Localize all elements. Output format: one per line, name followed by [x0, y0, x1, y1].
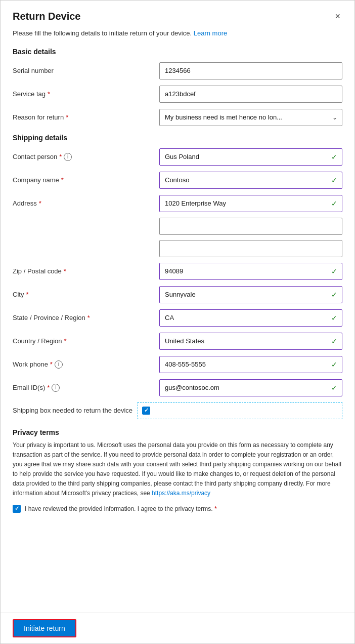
contact-person-info-icon[interactable]: i [64, 153, 72, 161]
address-line2-input[interactable] [159, 218, 342, 235]
agree-required-star: * [214, 505, 217, 512]
city-label: City * [13, 291, 159, 298]
return-device-dialog: Return Device × Please fill the followin… [0, 0, 355, 644]
shipping-details-title: Shipping details [13, 134, 342, 142]
basic-details-title: Basic details [13, 48, 342, 56]
close-button[interactable]: × [333, 11, 342, 22]
initiate-return-button[interactable]: Initiate return [13, 619, 76, 637]
work-phone-info-icon[interactable]: i [55, 360, 63, 369]
city-check-icon: ✓ [331, 291, 337, 299]
zip-required: * [64, 267, 66, 275]
zip-label: Zip / Postal code * [13, 267, 159, 275]
privacy-link[interactable]: https://aka.ms/privacy [152, 490, 210, 497]
company-name-required: * [61, 176, 64, 184]
contact-person-label: Contact person * i [13, 153, 159, 161]
privacy-section: Privacy terms Your privacy is important … [13, 428, 342, 513]
address-row: Address * ✓ [13, 194, 342, 213]
address-line1-input-wrapper: ✓ [159, 195, 342, 212]
service-tag-required: * [48, 90, 50, 98]
address-line3-row [13, 240, 342, 257]
country-required: * [64, 337, 67, 345]
reason-label: Reason for return * [13, 113, 159, 121]
dialog-header: Return Device × [1, 1, 354, 28]
city-required: * [26, 291, 28, 298]
country-check-icon: ✓ [331, 337, 337, 345]
country-input-wrapper: ✓ [159, 333, 342, 350]
zip-check-icon: ✓ [331, 267, 337, 275]
email-check-icon: ✓ [331, 384, 337, 392]
zip-row: Zip / Postal code * ✓ [13, 262, 342, 280]
email-row: Email ID(s) * i ✓ [13, 379, 342, 397]
privacy-title: Privacy terms [13, 428, 342, 436]
service-tag-label: Service tag * [13, 90, 159, 98]
country-row: Country / Region * ✓ [13, 332, 342, 350]
address-line1-input[interactable] [159, 195, 342, 212]
city-row: City * ✓ [13, 286, 342, 304]
state-check-icon: ✓ [331, 314, 337, 322]
email-label: Email ID(s) * i [13, 384, 159, 392]
city-input-wrapper: ✓ [159, 286, 342, 303]
zip-input-wrapper: ✓ [159, 263, 342, 280]
service-tag-input[interactable] [159, 86, 342, 103]
state-input[interactable] [159, 309, 342, 327]
serial-number-row: Serial number [13, 62, 342, 80]
address-line3-input[interactable] [159, 240, 342, 257]
dialog-footer: Initiate return [1, 613, 354, 643]
shipping-box-checkbox[interactable] [142, 407, 150, 415]
company-name-row: Company name * ✓ [13, 171, 342, 189]
shipping-box-checkbox-area[interactable] [138, 402, 342, 419]
state-label: State / Province / Region * [13, 314, 159, 321]
email-info-icon[interactable]: i [52, 384, 60, 392]
learn-more-link[interactable]: Learn more [194, 29, 227, 37]
privacy-text: Your privacy is important to us. Microso… [13, 440, 342, 499]
agree-row: I have reviewed the provided information… [13, 505, 342, 513]
reason-select-wrapper: My business need is met hence no lon... … [159, 109, 342, 126]
reason-select[interactable]: My business need is met hence no lon... [159, 109, 342, 126]
city-input[interactable] [159, 286, 342, 303]
state-row: State / Province / Region * ✓ [13, 309, 342, 327]
work-phone-input[interactable] [159, 356, 342, 373]
service-tag-row: Service tag * [13, 85, 342, 103]
work-phone-check-icon: ✓ [331, 360, 337, 369]
company-name-check-icon: ✓ [331, 176, 337, 184]
email-required: * [47, 384, 50, 391]
address-line2-row [13, 218, 342, 235]
work-phone-required: * [50, 360, 53, 368]
contact-person-row: Contact person * i ✓ [13, 148, 342, 166]
reason-for-return-row: Reason for return * My business need is … [13, 108, 342, 127]
reason-required: * [66, 113, 68, 121]
work-phone-row: Work phone * i ✓ [13, 355, 342, 374]
shipping-details-section: Shipping details Contact person * i ✓ Co… [13, 134, 342, 419]
company-name-input[interactable] [159, 172, 342, 189]
agree-checkbox[interactable] [13, 505, 21, 513]
serial-number-input[interactable] [159, 62, 342, 79]
dialog-body: Please fill the following details to ini… [1, 28, 354, 613]
work-phone-input-wrapper: ✓ [159, 356, 342, 373]
contact-person-required: * [59, 153, 62, 160]
address-label: Address * [13, 199, 159, 207]
contact-person-input-wrapper: ✓ [159, 148, 342, 166]
shipping-box-row: Shipping box needed to return the device [13, 402, 342, 419]
state-input-wrapper: ✓ [159, 309, 342, 327]
email-input[interactable] [159, 379, 342, 396]
country-input[interactable] [159, 333, 342, 350]
address-required: * [39, 199, 41, 207]
email-input-wrapper: ✓ [159, 379, 342, 396]
serial-number-label: Serial number [13, 67, 159, 74]
address-line1-check-icon: ✓ [331, 199, 337, 208]
country-label: Country / Region * [13, 337, 159, 345]
dialog-title: Return Device [13, 11, 81, 22]
contact-person-check-icon: ✓ [331, 153, 337, 161]
company-name-input-wrapper: ✓ [159, 172, 342, 189]
shipping-box-label: Shipping box needed to return the device [13, 407, 132, 414]
state-required: * [87, 314, 90, 321]
contact-person-input[interactable] [159, 148, 342, 166]
company-name-label: Company name * [13, 176, 159, 184]
basic-details-section: Basic details Serial number Service tag … [13, 48, 342, 127]
agree-text: I have reviewed the provided information… [25, 505, 217, 512]
intro-text: Please fill the following details to ini… [13, 28, 342, 38]
work-phone-label: Work phone * i [13, 360, 159, 369]
zip-input[interactable] [159, 263, 342, 280]
